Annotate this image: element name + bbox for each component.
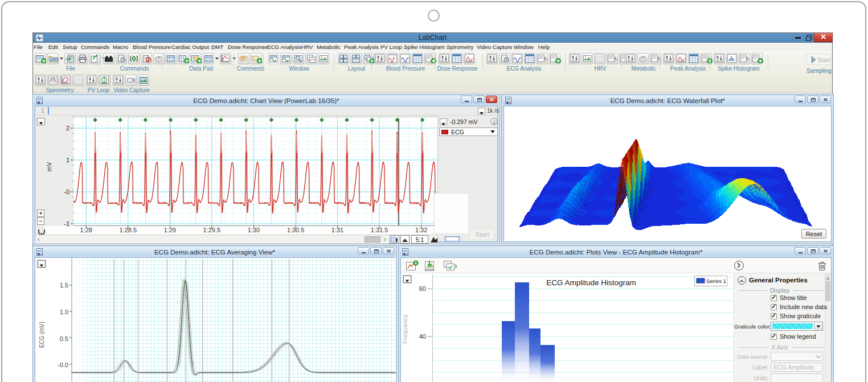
svg-text:ECG (mV): ECG (mV) bbox=[39, 322, 45, 348]
svg-text:Series 1: Series 1 bbox=[706, 278, 726, 284]
svg-text:-0.0: -0.0 bbox=[58, 362, 68, 368]
svg-text:40: 40 bbox=[419, 333, 426, 340]
svg-text:mV: mV bbox=[46, 162, 52, 171]
svg-text:-0: -0 bbox=[64, 188, 69, 195]
svg-text:ECG Amplitude Histogram: ECG Amplitude Histogram bbox=[546, 278, 636, 287]
svg-text:2: 2 bbox=[66, 125, 69, 132]
svg-text:1.5: 1.5 bbox=[60, 282, 68, 289]
svg-text:0.5: 0.5 bbox=[60, 335, 68, 342]
svg-text:1.0: 1.0 bbox=[60, 309, 68, 315]
svg-text:60: 60 bbox=[419, 285, 426, 292]
svg-text:Frequency: Frequency bbox=[402, 314, 408, 344]
svg-text:1: 1 bbox=[66, 157, 69, 163]
svg-text:-1: -1 bbox=[64, 220, 69, 227]
